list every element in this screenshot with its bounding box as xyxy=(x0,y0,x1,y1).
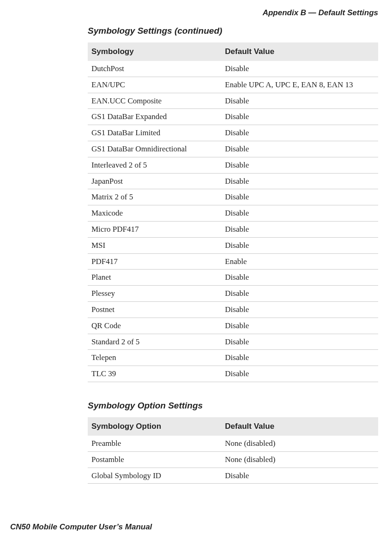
page-header: Appendix B — Default Settings xyxy=(0,0,392,18)
table-row: EAN.UCC CompositeDisable xyxy=(88,93,378,109)
table-row: PlanetDisable xyxy=(88,270,378,286)
symbology-settings-table: Symbology Default Value DutchPostDisable… xyxy=(88,42,378,382)
cell-value: None (disabled) xyxy=(221,451,378,468)
cell-name: Postnet xyxy=(88,301,221,318)
cell-value: Disable xyxy=(221,205,378,222)
table-row: GS1 DataBar LimitedDisable xyxy=(88,125,378,141)
cell-value: Disable xyxy=(221,221,378,237)
col-header-default-value: Default Value xyxy=(221,42,378,61)
cell-value: Disable xyxy=(221,318,378,334)
cell-name: TLC 39 xyxy=(88,366,221,382)
cell-value: Enable UPC A, UPC E, EAN 8, EAN 13 xyxy=(221,77,378,93)
cell-name: PDF417 xyxy=(88,253,221,270)
table-row: EAN/UPCEnable UPC A, UPC E, EAN 8, EAN 1… xyxy=(88,77,378,93)
cell-value: Disable xyxy=(221,270,378,286)
cell-value: Disable xyxy=(221,286,378,302)
table-row: JapanPostDisable xyxy=(88,173,378,189)
cell-value: Disable xyxy=(221,125,378,141)
table-row: PostnetDisable xyxy=(88,301,378,318)
cell-name: DutchPost xyxy=(88,61,221,77)
col-header-default-value: Default Value xyxy=(221,417,378,436)
table-row: MaxicodeDisable xyxy=(88,205,378,222)
manual-title: CN50 Mobile Computer User’s Manual xyxy=(10,522,152,531)
cell-name: MSI xyxy=(88,237,221,253)
cell-value: Disable xyxy=(221,350,378,366)
table-row: MSIDisable xyxy=(88,237,378,253)
cell-value: None (disabled) xyxy=(221,436,378,451)
symbology-option-settings-table: Symbology Option Default Value PreambleN… xyxy=(88,417,378,484)
cell-name: Preamble xyxy=(88,436,221,451)
cell-name: Maxicode xyxy=(88,205,221,222)
cell-name: Postamble xyxy=(88,451,221,468)
table-row: Micro PDF417Disable xyxy=(88,221,378,237)
appendix-title: Appendix B — Default Settings xyxy=(263,8,378,17)
table-row: TLC 39Disable xyxy=(88,366,378,382)
cell-name: JapanPost xyxy=(88,173,221,189)
cell-value: Disable xyxy=(221,157,378,173)
cell-value: Disable xyxy=(221,468,378,484)
table-row: DutchPostDisable xyxy=(88,61,378,77)
table-row: PreambleNone (disabled) xyxy=(88,436,378,451)
cell-name: Global Symbology ID xyxy=(88,468,221,484)
cell-name: GS1 DataBar Expanded xyxy=(88,109,221,125)
cell-value: Disable xyxy=(221,237,378,253)
cell-name: GS1 DataBar Omnidirectional xyxy=(88,141,221,157)
cell-value: Disable xyxy=(221,93,378,109)
col-header-symbology-option: Symbology Option xyxy=(88,417,221,436)
table-row: TelepenDisable xyxy=(88,350,378,366)
table-row: PostambleNone (disabled) xyxy=(88,451,378,468)
table-row: PlesseyDisable xyxy=(88,286,378,302)
page-footer: CN50 Mobile Computer User’s Manual xyxy=(10,522,152,532)
cell-name: Micro PDF417 xyxy=(88,221,221,237)
cell-name: Planet xyxy=(88,270,221,286)
cell-name: Standard 2 of 5 xyxy=(88,334,221,350)
section-title-symbology-option-settings: Symbology Option Settings xyxy=(88,401,378,411)
cell-value: Disable xyxy=(221,334,378,350)
table-row: GS1 DataBar ExpandedDisable xyxy=(88,109,378,125)
cell-name: Matrix 2 of 5 xyxy=(88,189,221,205)
table-row: Interleaved 2 of 5Disable xyxy=(88,157,378,173)
table-header-row: Symbology Default Value xyxy=(88,42,378,61)
table-row: GS1 DataBar OmnidirectionalDisable xyxy=(88,141,378,157)
cell-name: Plessey xyxy=(88,286,221,302)
col-header-symbology: Symbology xyxy=(88,42,221,61)
table-row: Matrix 2 of 5Disable xyxy=(88,189,378,205)
cell-value: Disable xyxy=(221,109,378,125)
section-title-symbology-settings: Symbology Settings (continued) xyxy=(88,26,378,36)
cell-value: Disable xyxy=(221,189,378,205)
table-row: Standard 2 of 5Disable xyxy=(88,334,378,350)
cell-value: Enable xyxy=(221,253,378,270)
cell-name: Telepen xyxy=(88,350,221,366)
table-header-row: Symbology Option Default Value xyxy=(88,417,378,436)
cell-value: Disable xyxy=(221,366,378,382)
cell-value: Disable xyxy=(221,141,378,157)
cell-name: EAN/UPC xyxy=(88,77,221,93)
cell-name: Interleaved 2 of 5 xyxy=(88,157,221,173)
cell-value: Disable xyxy=(221,61,378,77)
page-content: Symbology Settings (continued) Symbology… xyxy=(0,18,392,484)
table-row: QR CodeDisable xyxy=(88,318,378,334)
table-row: Global Symbology IDDisable xyxy=(88,468,378,484)
cell-name: QR Code xyxy=(88,318,221,334)
table-row: PDF417Enable xyxy=(88,253,378,270)
cell-value: Disable xyxy=(221,301,378,318)
cell-name: EAN.UCC Composite xyxy=(88,93,221,109)
cell-value: Disable xyxy=(221,173,378,189)
cell-name: GS1 DataBar Limited xyxy=(88,125,221,141)
